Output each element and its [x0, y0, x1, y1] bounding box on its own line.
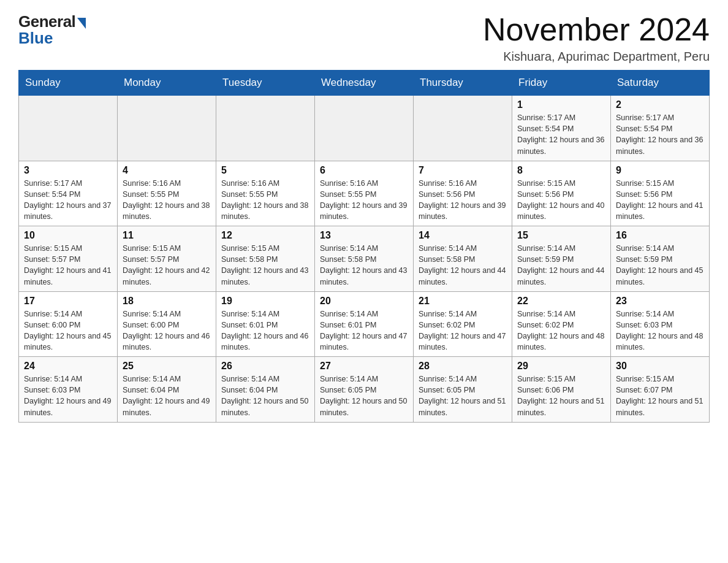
day-info: Sunrise: 5:14 AM Sunset: 6:01 PM Dayligh… — [221, 308, 309, 353]
calendar-cell: 5Sunrise: 5:16 AM Sunset: 5:55 PM Daylig… — [216, 161, 315, 226]
calendar-cell: 3Sunrise: 5:17 AM Sunset: 5:54 PM Daylig… — [19, 161, 118, 226]
day-number: 25 — [123, 361, 211, 372]
day-info: Sunrise: 5:14 AM Sunset: 6:04 PM Dayligh… — [123, 373, 211, 418]
day-number: 11 — [123, 230, 211, 241]
calendar-cell: 11Sunrise: 5:15 AM Sunset: 5:57 PM Dayli… — [118, 226, 216, 292]
day-number: 13 — [320, 230, 408, 241]
logo-blue-text: Blue — [18, 29, 53, 48]
day-info: Sunrise: 5:15 AM Sunset: 6:06 PM Dayligh… — [517, 373, 605, 418]
calendar-cell — [19, 96, 118, 161]
day-number: 4 — [123, 165, 211, 176]
calendar-cell: 28Sunrise: 5:14 AM Sunset: 6:05 PM Dayli… — [414, 357, 512, 423]
main-title: November 2024 — [483, 12, 710, 47]
calendar-cell: 26Sunrise: 5:14 AM Sunset: 6:04 PM Dayli… — [216, 357, 315, 423]
calendar-cell: 17Sunrise: 5:14 AM Sunset: 6:00 PM Dayli… — [19, 291, 118, 357]
calendar-week-1: 1Sunrise: 5:17 AM Sunset: 5:54 PM Daylig… — [19, 96, 710, 161]
title-block: November 2024 Kishuara, Apurimac Departm… — [483, 12, 710, 64]
day-info: Sunrise: 5:14 AM Sunset: 6:05 PM Dayligh… — [419, 373, 507, 418]
calendar-cell: 30Sunrise: 5:15 AM Sunset: 6:07 PM Dayli… — [611, 357, 710, 423]
day-number: 14 — [419, 230, 507, 241]
day-info: Sunrise: 5:14 AM Sunset: 6:04 PM Dayligh… — [221, 373, 309, 418]
day-info: Sunrise: 5:17 AM Sunset: 5:54 PM Dayligh… — [24, 178, 112, 223]
calendar-header-tuesday: Tuesday — [216, 71, 315, 96]
day-number: 5 — [221, 165, 309, 176]
day-number: 16 — [616, 230, 704, 241]
calendar-table: SundayMondayTuesdayWednesdayThursdayFrid… — [18, 70, 710, 423]
calendar-cell — [315, 96, 414, 161]
calendar-cell — [414, 96, 512, 161]
day-info: Sunrise: 5:14 AM Sunset: 5:59 PM Dayligh… — [517, 243, 605, 288]
day-info: Sunrise: 5:15 AM Sunset: 5:56 PM Dayligh… — [517, 178, 605, 223]
calendar-cell: 12Sunrise: 5:15 AM Sunset: 5:58 PM Dayli… — [216, 226, 315, 292]
calendar-header-monday: Monday — [118, 71, 216, 96]
day-number: 27 — [320, 361, 408, 372]
calendar-cell: 20Sunrise: 5:14 AM Sunset: 6:01 PM Dayli… — [315, 291, 414, 357]
day-number: 2 — [616, 99, 704, 110]
calendar-cell: 7Sunrise: 5:16 AM Sunset: 5:56 PM Daylig… — [414, 161, 512, 226]
day-number: 8 — [517, 165, 605, 176]
day-number: 1 — [517, 99, 605, 110]
calendar-header-saturday: Saturday — [611, 71, 710, 96]
calendar-header-row: SundayMondayTuesdayWednesdayThursdayFrid… — [19, 71, 710, 96]
day-number: 17 — [24, 296, 112, 307]
calendar-cell: 13Sunrise: 5:14 AM Sunset: 5:58 PM Dayli… — [315, 226, 414, 292]
day-number: 10 — [24, 230, 112, 241]
day-number: 20 — [320, 296, 408, 307]
calendar-cell: 25Sunrise: 5:14 AM Sunset: 6:04 PM Dayli… — [118, 357, 216, 423]
calendar-cell: 1Sunrise: 5:17 AM Sunset: 5:54 PM Daylig… — [512, 96, 611, 161]
day-number: 6 — [320, 165, 408, 176]
calendar-cell: 18Sunrise: 5:14 AM Sunset: 6:00 PM Dayli… — [118, 291, 216, 357]
calendar-header-friday: Friday — [512, 71, 611, 96]
day-info: Sunrise: 5:15 AM Sunset: 5:57 PM Dayligh… — [123, 243, 211, 288]
day-number: 23 — [616, 296, 704, 307]
day-number: 9 — [616, 165, 704, 176]
day-info: Sunrise: 5:17 AM Sunset: 5:54 PM Dayligh… — [616, 112, 704, 157]
day-info: Sunrise: 5:16 AM Sunset: 5:55 PM Dayligh… — [320, 178, 408, 223]
day-number: 21 — [419, 296, 507, 307]
calendar-header-sunday: Sunday — [19, 71, 118, 96]
day-info: Sunrise: 5:14 AM Sunset: 6:00 PM Dayligh… — [24, 308, 112, 353]
day-number: 30 — [616, 361, 704, 372]
day-info: Sunrise: 5:17 AM Sunset: 5:54 PM Dayligh… — [517, 112, 605, 157]
calendar-header-wednesday: Wednesday — [315, 71, 414, 96]
day-info: Sunrise: 5:16 AM Sunset: 5:55 PM Dayligh… — [123, 178, 211, 223]
calendar-cell: 29Sunrise: 5:15 AM Sunset: 6:06 PM Dayli… — [512, 357, 611, 423]
day-number: 12 — [221, 230, 309, 241]
day-info: Sunrise: 5:15 AM Sunset: 6:07 PM Dayligh… — [616, 373, 704, 418]
day-number: 7 — [419, 165, 507, 176]
day-info: Sunrise: 5:14 AM Sunset: 6:03 PM Dayligh… — [24, 373, 112, 418]
calendar-cell: 22Sunrise: 5:14 AM Sunset: 6:02 PM Dayli… — [512, 291, 611, 357]
day-number: 22 — [517, 296, 605, 307]
day-info: Sunrise: 5:14 AM Sunset: 5:58 PM Dayligh… — [419, 243, 507, 288]
calendar-cell: 24Sunrise: 5:14 AM Sunset: 6:03 PM Dayli… — [19, 357, 118, 423]
calendar-cell: 8Sunrise: 5:15 AM Sunset: 5:56 PM Daylig… — [512, 161, 611, 226]
calendar-header-thursday: Thursday — [414, 71, 512, 96]
calendar-week-4: 17Sunrise: 5:14 AM Sunset: 6:00 PM Dayli… — [19, 291, 710, 357]
calendar-cell: 16Sunrise: 5:14 AM Sunset: 5:59 PM Dayli… — [611, 226, 710, 292]
day-number: 26 — [221, 361, 309, 372]
day-info: Sunrise: 5:16 AM Sunset: 5:56 PM Dayligh… — [419, 178, 507, 223]
calendar-cell: 4Sunrise: 5:16 AM Sunset: 5:55 PM Daylig… — [118, 161, 216, 226]
calendar-cell: 15Sunrise: 5:14 AM Sunset: 5:59 PM Dayli… — [512, 226, 611, 292]
day-number: 18 — [123, 296, 211, 307]
subtitle: Kishuara, Apurimac Department, Peru — [483, 50, 710, 64]
day-number: 28 — [419, 361, 507, 372]
calendar-cell — [118, 96, 216, 161]
calendar-week-3: 10Sunrise: 5:15 AM Sunset: 5:57 PM Dayli… — [19, 226, 710, 292]
calendar-cell: 9Sunrise: 5:15 AM Sunset: 5:56 PM Daylig… — [611, 161, 710, 226]
calendar-cell: 2Sunrise: 5:17 AM Sunset: 5:54 PM Daylig… — [611, 96, 710, 161]
day-info: Sunrise: 5:15 AM Sunset: 5:58 PM Dayligh… — [221, 243, 309, 288]
day-info: Sunrise: 5:14 AM Sunset: 6:01 PM Dayligh… — [320, 308, 408, 353]
logo: General Blue — [18, 12, 86, 48]
calendar-week-2: 3Sunrise: 5:17 AM Sunset: 5:54 PM Daylig… — [19, 161, 710, 226]
calendar-cell: 19Sunrise: 5:14 AM Sunset: 6:01 PM Dayli… — [216, 291, 315, 357]
calendar-cell: 27Sunrise: 5:14 AM Sunset: 6:05 PM Dayli… — [315, 357, 414, 423]
day-info: Sunrise: 5:14 AM Sunset: 5:59 PM Dayligh… — [616, 243, 704, 288]
calendar-cell: 21Sunrise: 5:14 AM Sunset: 6:02 PM Dayli… — [414, 291, 512, 357]
calendar-cell: 10Sunrise: 5:15 AM Sunset: 5:57 PM Dayli… — [19, 226, 118, 292]
day-info: Sunrise: 5:14 AM Sunset: 6:00 PM Dayligh… — [123, 308, 211, 353]
logo-arrow-icon — [77, 18, 86, 29]
day-info: Sunrise: 5:14 AM Sunset: 6:05 PM Dayligh… — [320, 373, 408, 418]
day-number: 15 — [517, 230, 605, 241]
calendar-cell — [216, 96, 315, 161]
